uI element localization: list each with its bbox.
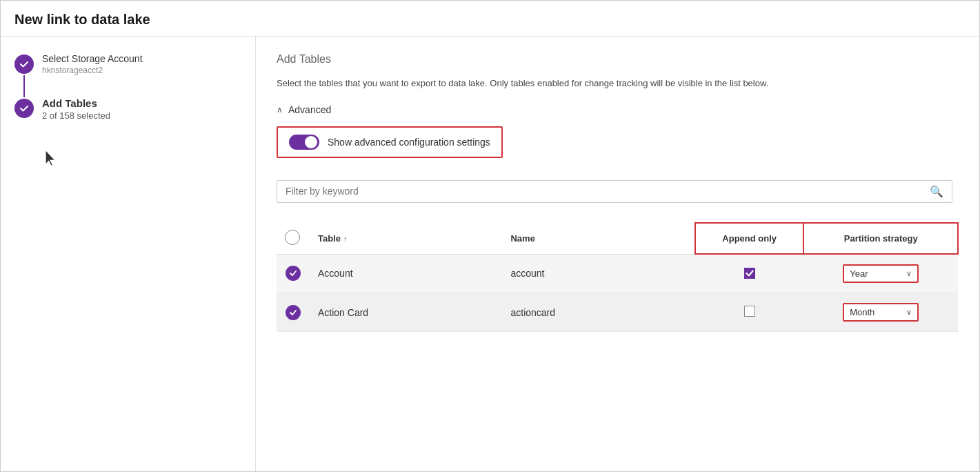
step-2-sublabel: 2 of 158 selected [42, 110, 110, 121]
cell-actioncard-name: actioncard [502, 293, 694, 332]
col-radio-header [277, 223, 310, 255]
sidebar: Select Storage Account hknstorageacct2 A… [1, 37, 256, 471]
advanced-header[interactable]: ∧ Advanced [277, 104, 959, 115]
step-1-text: Select Storage Account hknstorageacct2 [42, 53, 143, 75]
col-partition-header: Partition strategy [803, 223, 958, 255]
table-row: Action Card actioncard Month ∨ [277, 293, 958, 332]
search-icon: 🔍 [930, 185, 943, 198]
cell-account-append[interactable] [695, 254, 804, 293]
col-append-header: Append only [695, 223, 804, 255]
step-1-icon [14, 55, 34, 74]
advanced-section: ∧ Advanced Show advanced configuration s… [277, 104, 959, 172]
cell-account-name: account [502, 254, 694, 293]
step-2: Add Tables 2 of 158 selected [14, 97, 241, 121]
chevron-up-icon: ∧ [277, 105, 283, 115]
row-select-account[interactable] [277, 254, 310, 293]
table-header-row: Table ↑ Name Append only Partition strat… [277, 223, 958, 255]
cell-account-table: Account [310, 254, 502, 293]
cell-account-partition[interactable]: Year ∨ [803, 254, 958, 293]
checkbox-checked-account [744, 268, 755, 279]
filter-input[interactable] [286, 186, 930, 197]
page-title: New link to data lake [1, 1, 979, 37]
cursor-icon [42, 148, 59, 169]
cursor-area [42, 148, 241, 171]
step-2-text: Add Tables 2 of 158 selected [42, 97, 110, 121]
content-area: Select Storage Account hknstorageacct2 A… [1, 37, 979, 471]
step-1-sublabel: hknstorageacct2 [42, 66, 143, 75]
partition-select-account[interactable]: Year ∨ [843, 264, 919, 283]
chevron-down-icon-account: ∨ [906, 269, 912, 278]
step-2-label: Add Tables [42, 97, 110, 109]
toggle-knob [305, 136, 317, 148]
check-circle-actioncard [286, 305, 301, 320]
cell-actioncard-table: Action Card [310, 293, 502, 332]
section-description: Select the tables that you want to expor… [277, 77, 952, 90]
header-radio-circle[interactable] [285, 230, 300, 245]
page-wrapper: New link to data lake Select Storage Acc… [0, 0, 980, 472]
advanced-label: Advanced [288, 104, 331, 115]
cell-actioncard-partition[interactable]: Month ∨ [803, 293, 958, 332]
check-circle-account [286, 266, 301, 281]
step-2-icon [14, 99, 34, 118]
row-select-actioncard[interactable] [277, 293, 310, 332]
step-connector [23, 75, 25, 97]
main-panel: Add Tables Select the tables that you wa… [256, 37, 979, 471]
partition-select-actioncard[interactable]: Month ∨ [843, 303, 919, 322]
partition-value-account: Year [850, 268, 868, 279]
step-1-label: Select Storage Account [42, 53, 143, 64]
checkbox-unchecked-actioncard [744, 306, 755, 317]
toggle-label: Show advanced configuration settings [328, 137, 490, 148]
col-table-header[interactable]: Table ↑ [310, 223, 502, 255]
table-row: Account account Year [277, 254, 958, 293]
chevron-down-icon-actioncard: ∨ [906, 308, 912, 317]
add-tables-title: Add Tables [277, 53, 959, 66]
toggle-box: Show advanced configuration settings [277, 126, 503, 158]
filter-bar: 🔍 [277, 180, 952, 203]
data-table: Table ↑ Name Append only Partition strat… [277, 222, 959, 333]
sort-icon: ↑ [343, 235, 348, 243]
cell-actioncard-append[interactable] [695, 293, 804, 332]
advanced-settings-toggle[interactable] [289, 135, 319, 150]
col-name-header: Name [502, 223, 694, 255]
partition-value-actioncard: Month [850, 307, 874, 317]
step-1: Select Storage Account hknstorageacct2 [14, 53, 241, 75]
